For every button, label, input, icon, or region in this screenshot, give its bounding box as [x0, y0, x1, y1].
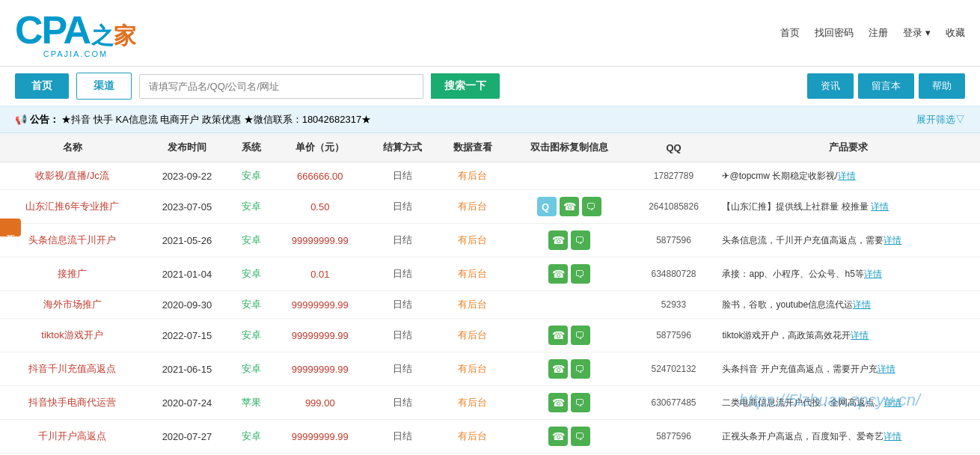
cell-data[interactable]: 有后台	[438, 352, 508, 386]
cell-data[interactable]: 有后台	[438, 257, 508, 291]
cell-icons: Q☎🗨	[507, 190, 631, 224]
cell-data[interactable]: 有后台	[438, 386, 508, 420]
phone-icon-btn[interactable]: ☎	[548, 230, 568, 250]
wechat-icon-btn[interactable]: 🗨	[571, 427, 590, 446]
cell-settle: 日结	[367, 162, 438, 190]
nav-guestbook-btn[interactable]: 留言本	[858, 73, 914, 99]
cell-date: 2020-07-24	[144, 386, 230, 420]
cell-name[interactable]: 头条信息流千川开户	[0, 224, 144, 257]
detail-link[interactable]: 详情	[864, 269, 882, 279]
wechat-icon-btn[interactable]: 🗨	[582, 197, 601, 216]
cell-name[interactable]: 山东汇推6年专业推广	[0, 190, 144, 224]
cell-req: 脸书，谷歌，youtube信息流代运详情	[716, 291, 980, 319]
cell-icons: ☎🗨	[507, 257, 631, 291]
cell-data[interactable]: 有后台	[438, 319, 508, 352]
svg-text:🗨: 🗨	[586, 201, 595, 213]
nav-favorite[interactable]: 收藏	[946, 26, 965, 40]
cell-icons: ☎🗨	[507, 319, 631, 352]
cell-qq: 17827789	[631, 162, 717, 190]
cell-req: 二类电商信息流开户代投，全网高返点。详情	[716, 386, 980, 420]
cell-name[interactable]: 收影视/直播/Jc流	[0, 162, 144, 190]
cell-name[interactable]: 抖音快手电商代运营	[0, 386, 144, 420]
cell-sys: 苹果	[230, 386, 273, 420]
cell-qq: 634880728	[631, 257, 717, 291]
right-btns: 资讯 留言本 帮助	[807, 73, 965, 99]
cell-data[interactable]: 有后台	[438, 291, 508, 319]
phone-icon-btn[interactable]: ☎	[548, 264, 568, 284]
nav-channel-btn[interactable]: 渠道	[76, 73, 132, 100]
svg-text:☎: ☎	[563, 201, 576, 213]
cell-qq: 5877596	[631, 224, 717, 257]
search-input[interactable]	[139, 74, 423, 99]
cell-qq: 524702132	[631, 352, 717, 386]
cell-data[interactable]: 有后台	[438, 224, 508, 257]
cell-settle: 日结	[367, 257, 438, 291]
cell-data[interactable]: 有后台	[438, 190, 508, 224]
nav-help-btn[interactable]: 帮助	[919, 73, 965, 99]
logo-cpa: CPA	[15, 7, 90, 52]
svg-text:☎: ☎	[552, 234, 565, 246]
cell-price: 99999999.99	[273, 224, 368, 257]
detail-link[interactable]: 详情	[871, 201, 889, 212]
detail-link[interactable]: 详情	[853, 299, 871, 310]
cell-name[interactable]: 抖音千川充值高返点	[0, 352, 144, 386]
main-table-wrap: 名称 发布时间 系统 单价（元） 结算方式 数据查看 双击图标复制信息 QQ 产…	[0, 133, 980, 455]
detail-link[interactable]: 详情	[883, 431, 901, 442]
wechat-icon-btn[interactable]: 🗨	[571, 230, 590, 250]
table-header: 名称 发布时间 系统 单价（元） 结算方式 数据查看 双击图标复制信息 QQ 产…	[0, 133, 980, 162]
cell-date: 2023-09-22	[144, 162, 230, 190]
cell-settle: 日结	[367, 352, 438, 386]
search-button[interactable]: 搜索一下	[431, 73, 500, 99]
logo-block: CPA 之 家 CPAJIA.COM	[15, 7, 136, 58]
nav-news-btn[interactable]: 资讯	[807, 73, 854, 99]
wechat-icon-btn[interactable]: 🗨	[571, 393, 590, 412]
nav-home[interactable]: 首页	[780, 26, 800, 40]
cell-settle: 日结	[367, 291, 438, 319]
ann-expand-btn[interactable]: 展开筛选▽	[916, 113, 965, 126]
cell-icons: ☎🗨	[507, 420, 631, 454]
cell-settle: 日结	[367, 420, 438, 454]
wechat-icon-btn[interactable]: 🗨	[571, 326, 590, 345]
cell-price: 99999999.99	[273, 420, 368, 454]
table-row: 收影视/直播/Jc流2023-09-22安卓666666.00日结有后台1782…	[0, 162, 980, 190]
cell-sys: 安卓	[230, 319, 273, 352]
phone-icon-btn[interactable]: ☎	[560, 197, 579, 216]
header: CPA 之 家 CPAJIA.COM 首页 找回密码 注册 登录 ▾ 收藏	[0, 0, 980, 67]
side-tab[interactable]: 三方合作	[0, 219, 21, 236]
phone-icon-btn[interactable]: ☎	[548, 326, 568, 345]
detail-link[interactable]: 详情	[883, 235, 901, 245]
cell-qq: 5877596	[631, 420, 717, 454]
detail-link[interactable]: 详情	[883, 397, 901, 408]
cell-sys: 安卓	[230, 420, 273, 454]
cell-data[interactable]: 有后台	[438, 420, 508, 454]
detail-link[interactable]: 详情	[878, 364, 895, 374]
detail-link[interactable]: 详情	[838, 171, 856, 181]
cell-name[interactable]: 千川开户高返点	[0, 420, 144, 454]
wechat-icon-btn[interactable]: 🗨	[571, 359, 590, 379]
nav-findpwd[interactable]: 找回密码	[815, 26, 854, 40]
detail-link[interactable]: 详情	[851, 330, 869, 341]
cell-name[interactable]: 接推广	[0, 257, 144, 291]
cell-req: tiktok游戏开户，高政策高效花开详情	[716, 319, 980, 352]
cell-date: 2020-07-27	[144, 420, 230, 454]
cell-settle: 日结	[367, 319, 438, 352]
nav-login[interactable]: 登录 ▾	[903, 26, 931, 40]
ann-icon: 📢	[15, 114, 27, 125]
nav-home-btn[interactable]: 首页	[15, 73, 69, 99]
cell-data[interactable]: 有后台	[438, 162, 508, 190]
cell-name[interactable]: 海外市场推广	[0, 291, 144, 319]
nav-register[interactable]: 注册	[869, 26, 888, 40]
phone-icon-btn[interactable]: ☎	[548, 427, 568, 446]
cell-date: 2023-07-05	[144, 190, 230, 224]
wechat-icon-btn[interactable]: 🗨	[571, 264, 590, 284]
cell-qq: 5877596	[631, 319, 717, 352]
cell-name[interactable]: tiktok游戏开户	[0, 319, 144, 352]
ann-content: ★抖音 快手 KA信息流 电商开户 政策优惠 ★微信联系：18042682317…	[61, 114, 371, 125]
phone-icon-btn[interactable]: ☎	[548, 359, 568, 379]
phone-icon-btn[interactable]: ☎	[548, 393, 568, 412]
th-req: 产品要求	[716, 133, 980, 162]
cell-date: 2021-05-26	[144, 224, 230, 257]
cell-price: 0.01	[273, 257, 368, 291]
logo-jia: 家	[114, 21, 136, 52]
qq-icon-btn[interactable]: Q	[537, 197, 557, 216]
